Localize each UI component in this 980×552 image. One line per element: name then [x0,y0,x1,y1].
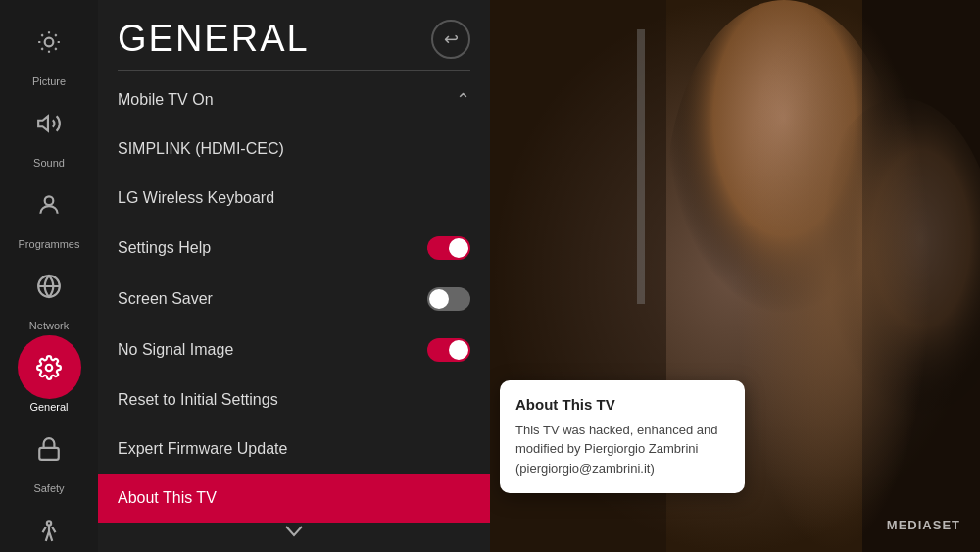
menu-item-simplink[interactable]: SIMPLINK (HDMI-CEC) [98,125,490,174]
network-icon-circle[interactable] [18,254,81,318]
toggle-knob [429,289,449,309]
sidebar-item-picture[interactable]: Picture [18,10,81,87]
reset-label: Reset to Initial Settings [118,391,278,409]
svg-point-6 [47,521,51,525]
back-button[interactable]: ↩ [431,20,470,59]
simplink-label: SIMPLINK (HDMI-CEC) [118,140,284,158]
network-label: Network [29,320,69,331]
mobile-tv-label: Mobile TV On [118,91,214,109]
menu-item-no-signal[interactable]: No Signal Image [98,325,490,376]
tooltip-popup: About This TV This TV was hacked, enhanc… [500,380,745,494]
general-icon-circle[interactable] [18,335,81,399]
svg-point-2 [45,196,54,205]
scroll-down-indicator [285,522,303,542]
svg-point-8 [666,0,902,392]
tooltip-title: About This TV [515,396,729,413]
no-signal-toggle[interactable] [427,338,470,362]
accessibility-icon-circle[interactable] [18,498,81,552]
svg-point-0 [45,37,54,46]
menu-item-settings-help[interactable]: Settings Help [98,223,490,274]
toggle-knob [449,238,468,258]
settings-help-toggle[interactable] [427,236,470,260]
svg-rect-12 [637,29,645,304]
menu-item-lg-keyboard[interactable]: LG Wireless Keyboard [98,174,490,223]
menu-item-firmware[interactable]: Expert Firmware Update [98,425,490,474]
firmware-label: Expert Firmware Update [118,440,287,458]
mediaset-logo: MEDIASET [887,518,960,532]
sound-icon-circle[interactable] [18,91,81,155]
no-signal-label: No Signal Image [118,341,233,359]
programmes-icon-circle[interactable] [18,173,81,236]
main-header: GENERAL ↩ [98,0,490,70]
menu-item-reset[interactable]: Reset to Initial Settings [98,376,490,425]
screen-saver-label: Screen Saver [118,290,213,308]
menu-item-about[interactable]: About This TV [98,474,490,523]
svg-point-4 [46,364,53,371]
about-label: About This TV [118,489,217,507]
tooltip-body: This TV was hacked, enhanced and modifie… [515,421,729,478]
sound-label: Sound [33,157,65,169]
main-panel: GENERAL ↩ Mobile TV On ⌃ SIMPLINK (HDMI-… [98,0,490,552]
lg-keyboard-label: LG Wireless Keyboard [118,189,274,207]
header-divider [118,70,470,71]
general-label: General [29,401,68,413]
settings-help-label: Settings Help [118,239,211,257]
chevron-up-icon: ⌃ [456,89,470,111]
sidebar: Picture Sound Programmes Network [0,0,98,552]
menu-list: Mobile TV On ⌃ SIMPLINK (HDMI-CEC) LG Wi… [98,75,490,552]
sidebar-item-general[interactable]: General [18,335,81,413]
sidebar-item-safety[interactable]: Safety [18,417,81,494]
safety-label: Safety [33,482,64,494]
svg-rect-11 [862,0,980,552]
video-area: MEDIASET About This TV This TV was hacke… [490,0,980,552]
sidebar-item-programmes[interactable]: Programmes [18,173,81,250]
toggle-knob [449,340,468,360]
safety-icon-circle[interactable] [18,417,81,480]
menu-item-screen-saver[interactable]: Screen Saver [98,274,490,325]
page-title: GENERAL [118,18,310,60]
picture-icon-circle[interactable] [18,10,81,74]
sidebar-item-network[interactable]: Network [18,254,81,331]
svg-rect-5 [39,447,59,459]
picture-label: Picture [32,75,66,87]
screen-saver-toggle[interactable] [427,287,470,311]
back-arrow-icon: ↩ [444,28,459,50]
menu-item-mobile-tv[interactable]: Mobile TV On ⌃ [98,75,490,125]
sidebar-item-accessibility[interactable]: Accessibility [18,498,81,552]
sidebar-item-sound[interactable]: Sound [18,91,81,169]
svg-marker-1 [38,116,48,130]
programmes-label: Programmes [19,238,80,250]
